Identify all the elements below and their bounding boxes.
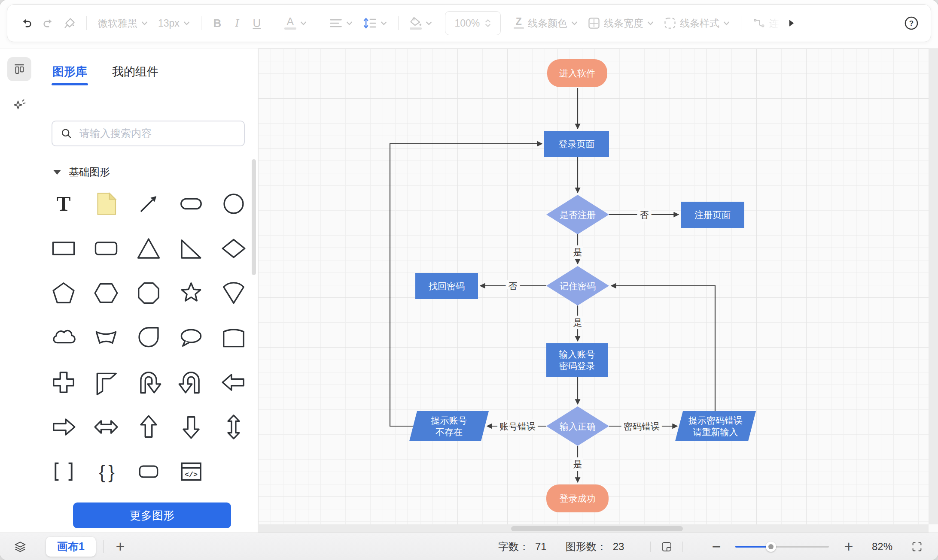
shape-display[interactable] [220,324,247,351]
shape-corner[interactable] [92,369,120,396]
shape-note[interactable] [92,190,120,218]
redo-icon[interactable] [38,13,58,33]
shape-right-triangle[interactable] [177,235,205,262]
edge-registered-yes[interactable]: 是 [573,234,582,264]
shape-braces[interactable]: {} [92,458,120,485]
node-register-page[interactable]: 注册页面 [681,202,744,228]
underline-button[interactable]: U [248,17,266,30]
line-style-button[interactable]: 线条样式 [660,17,734,30]
node-input-correct[interactable]: 输入正确 [546,406,609,446]
zoom-slider[interactable] [735,543,829,550]
edge-correct-yes[interactable]: 是 [573,446,582,482]
node-login-success[interactable]: 登录成功 [546,484,609,512]
panel-scrollbar[interactable] [252,159,256,275]
node-find-password[interactable]: 找回密码 [415,273,478,299]
zoom-spinner[interactable]: 100% [445,11,501,35]
help-icon[interactable]: ? [901,13,921,33]
align-button[interactable] [325,18,357,29]
shape-arrow-right[interactable] [50,413,77,441]
node-prompt-password-error[interactable]: 提示密码错误请重新输入 [675,411,756,441]
node-shape[interactable] [546,343,608,377]
spinner-arrows-icon[interactable] [485,19,491,27]
shape-uturn-rev[interactable] [177,369,205,396]
edge-remember-yes[interactable]: 是 [573,306,582,341]
shape-arrow-both[interactable] [92,413,120,441]
fullscreen-icon[interactable] [907,537,927,557]
search-input[interactable] [79,127,235,140]
fill-color-button[interactable] [405,17,436,30]
edge-password-error-back[interactable] [611,286,715,411]
font-family-select[interactable]: 微软雅黑 [94,17,152,30]
shape-arc[interactable] [92,324,120,351]
flowchart: 否是否是账号错误密码错误是进入软件登录页面是否注册注册页面找回密码记住密码输入账… [258,48,938,533]
shape-circle[interactable] [220,190,247,218]
canvas[interactable]: 否是否是账号错误密码错误是进入软件登录页面是否注册注册页面找回密码记住密码输入账… [258,48,938,533]
shape-triangle[interactable] [135,235,162,262]
node-remember-password[interactable]: 记住密码 [546,266,609,306]
canvas-vscrollbar[interactable] [929,48,938,524]
toolbar-expand-icon[interactable] [785,13,798,33]
shape-row: {}</> [50,458,247,485]
shape-arrow[interactable] [135,190,162,218]
edge-correct-password-error[interactable]: 密码错误 [609,421,677,431]
shape-arrow-left[interactable] [220,369,247,396]
shape-text[interactable]: T [50,190,77,218]
slider-knob[interactable] [766,542,776,552]
magic-tools-button[interactable] [7,92,31,116]
edge-registered-no[interactable]: 否 [609,210,679,220]
shape-cloud[interactable] [50,324,77,351]
shape-star[interactable] [177,279,205,307]
shape-search[interactable] [52,121,245,146]
edge-remember-no[interactable]: 否 [480,281,546,291]
shape-uturn[interactable] [135,369,162,396]
minimap-icon[interactable] [657,537,676,557]
shape-rect[interactable] [50,235,77,262]
canvas-tab[interactable]: 画布1 [46,537,96,557]
shape-sector[interactable] [220,279,247,307]
tab-my-components[interactable]: 我的组件 [112,64,158,85]
chevron-down-icon [723,21,730,25]
shape-round-rect-sm[interactable] [135,458,162,485]
zoom-in-button[interactable]: + [840,538,857,556]
shape-teardrop[interactable] [135,324,162,351]
shape-arrow-updown[interactable] [220,413,247,441]
bold-button[interactable]: B [208,17,226,30]
shape-round-rect[interactable] [92,235,120,262]
more-shapes-button[interactable]: 更多图形 [73,502,231,528]
font-size-select[interactable]: 13px [154,18,194,29]
shape-pill[interactable] [177,190,205,218]
line-color-button[interactable]: Z 线条颜色 [509,17,582,30]
chevron-down-icon [647,21,654,25]
font-color-button[interactable]: A [280,17,311,30]
shape-code[interactable]: </> [177,458,205,485]
edge-correct-account-error[interactable]: 账号错误 [487,421,546,431]
shape-pentagon[interactable] [50,279,77,307]
format-painter-icon[interactable] [60,13,79,33]
connector-button[interactable]: 连 [748,17,783,30]
shape-cross[interactable] [50,369,77,396]
line-width-button[interactable]: 线条宽度 [584,17,658,30]
canvas-hscrollbar[interactable] [258,524,929,533]
hscroll-thumb[interactable] [511,526,683,531]
shape-callout[interactable] [177,324,205,351]
tab-shape-library[interactable]: 图形库 [52,64,87,85]
shape-panel-toggle[interactable] [7,57,31,81]
add-canvas-button[interactable]: + [112,538,129,556]
shape-diamond[interactable] [220,235,247,262]
layers-icon[interactable] [10,537,30,557]
section-basic-shapes[interactable]: 基础图形 [53,165,110,179]
node-is-registered[interactable]: 是否注册 [546,195,609,234]
node-enter-software[interactable]: 进入软件 [547,59,607,87]
node-login-page[interactable]: 登录页面 [544,131,609,157]
italic-button[interactable]: I [228,17,246,30]
shape-octagon[interactable] [135,279,162,307]
node-prompt-account-missing[interactable]: 提示账号不存在 [409,411,489,441]
shape-arrow-up[interactable] [135,413,162,441]
undo-icon[interactable] [17,13,37,33]
line-spacing-button[interactable] [359,17,391,29]
shape-hexagon[interactable] [92,279,120,307]
zoom-out-button[interactable]: − [709,538,724,556]
node-enter-account-login[interactable]: 输入账号密码登录 [546,343,608,377]
shape-brackets[interactable] [50,458,77,485]
shape-arrow-down[interactable] [177,413,205,441]
